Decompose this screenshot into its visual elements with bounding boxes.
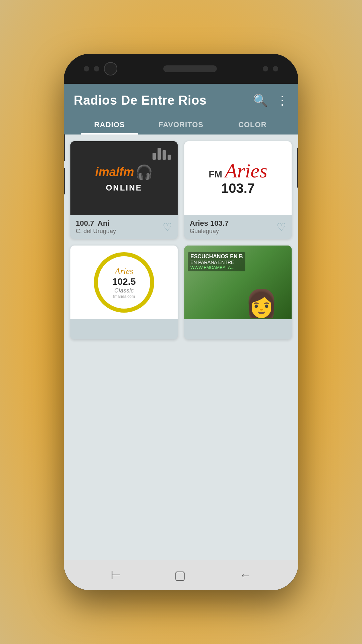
radio-card-image-aries-1037: FM Aries 103.7 xyxy=(184,141,292,215)
cambalache-image: 👩 ESCUCHANOS EN B EN PARANA ENTRE WWW.FM… xyxy=(184,246,292,319)
volume-down-button[interactable] xyxy=(64,168,65,195)
radio-card-animal-fm[interactable]: imalfm 🎧 ONLINE 100.7 Ani C. d xyxy=(70,141,178,239)
favorite-heart-aries-1037[interactable]: ♡ xyxy=(277,221,286,233)
phone-screen: Radios De Entre Rios 🔍 ⋮ RADIOS FAVORITO… xyxy=(64,84,298,560)
aries-1037-name: Aries xyxy=(225,161,267,181)
app-bar-icons: 🔍 ⋮ xyxy=(253,94,288,108)
app-title: Radios De Entre Rios xyxy=(74,93,206,108)
aries-1037-frequency: 103.7 xyxy=(221,181,255,196)
favorite-heart-animal-fm[interactable]: ♡ xyxy=(163,221,172,233)
radio-card-footer-cambalache xyxy=(184,319,292,339)
animal-fm-brand-text: imalfm xyxy=(95,165,134,179)
radio-card-footer-aries-1025 xyxy=(70,319,178,339)
aries-circle-content: Aries 102.5 Classic fmaries.com xyxy=(112,266,136,299)
animal-fm-online-text: ONLINE xyxy=(106,183,142,193)
aries-circle-logo: Aries 102.5 Classic fmaries.com xyxy=(94,252,154,313)
tab-color[interactable]: COLOR xyxy=(217,114,288,135)
radio-card-image-animal-fm: imalfm 🎧 ONLINE xyxy=(70,141,178,215)
cambalache-www: WWW.FMCAMBALA... xyxy=(190,265,243,270)
tabs-bar: RADIOS FAVORITOS COLOR xyxy=(74,114,288,135)
animal-fm-image: imalfm 🎧 ONLINE xyxy=(70,141,178,215)
home-icon[interactable]: ▢ xyxy=(174,568,186,582)
app-bar-top: Radios De Entre Rios 🔍 ⋮ xyxy=(74,93,288,114)
sensor-dot-4 xyxy=(273,66,278,71)
radio-info-animal-fm: 100.7 Ani C. del Uruguay xyxy=(76,219,163,235)
tab-favoritos[interactable]: FAVORITOS xyxy=(145,114,217,135)
volume-up-button[interactable] xyxy=(64,134,65,161)
radio-card-aries-1025[interactable]: Aries 102.5 Classic fmaries.com xyxy=(70,246,178,339)
more-vert-icon[interactable]: ⋮ xyxy=(276,94,288,108)
cambalache-parana: EN PARANA ENTRE xyxy=(190,260,243,265)
app-bar: Radios De Entre Rios 🔍 ⋮ RADIOS FAVORITO… xyxy=(64,84,298,135)
radio-card-footer-aries-1037: Aries 103.7 Gualeguay ♡ xyxy=(184,215,292,239)
aries-1037-fm-label: FM xyxy=(208,169,222,180)
radio-frequency-animal-fm: 100.7 Ani xyxy=(76,219,163,228)
recent-apps-icon[interactable]: ⊢ xyxy=(111,568,121,582)
headphone-icon: 🎧 xyxy=(135,164,153,180)
phone-top-right-sensors xyxy=(263,66,278,71)
cambalache-text-overlay: ESCUCHANOS EN B EN PARANA ENTRE WWW.FMCA… xyxy=(188,252,245,271)
radio-info-aries-1037: Aries 103.7 Gualeguay xyxy=(190,219,277,235)
search-icon[interactable]: 🔍 xyxy=(253,94,268,108)
content-area: imalfm 🎧 ONLINE 100.7 Ani C. d xyxy=(64,135,298,560)
phone-top-bar xyxy=(64,54,298,84)
cambalache-escuchanos: ESCUCHANOS EN B xyxy=(190,254,243,260)
front-camera xyxy=(104,62,117,75)
tab-radios[interactable]: RADIOS xyxy=(74,114,145,135)
radio-location-aries-1037: Gualeguay xyxy=(190,228,277,235)
radio-grid: imalfm 🎧 ONLINE 100.7 Ani C. d xyxy=(70,141,292,339)
phone-top-left-sensors xyxy=(84,62,117,75)
back-icon[interactable]: ← xyxy=(239,568,251,582)
sensor-dot-2 xyxy=(94,66,99,71)
sensor-dot-3 xyxy=(263,66,268,71)
aries-1025-name: Aries xyxy=(112,266,136,276)
aries-1037-image: FM Aries 103.7 xyxy=(184,141,292,215)
equalizer-icon xyxy=(153,148,171,160)
radio-card-cambalache[interactable]: 👩 ESCUCHANOS EN B EN PARANA ENTRE WWW.FM… xyxy=(184,246,292,339)
aries-1025-classic: Classic xyxy=(112,287,136,294)
phone-bottom-bar: ⊢ ▢ ← xyxy=(64,560,298,590)
phone-frame: Radios De Entre Rios 🔍 ⋮ RADIOS FAVORITO… xyxy=(64,54,298,590)
aries-1025-site: fmaries.com xyxy=(112,294,136,299)
radio-name-aries-1037: Aries 103.7 xyxy=(190,219,277,228)
phone-speaker xyxy=(163,65,217,72)
power-button[interactable] xyxy=(297,148,298,188)
aries-1025-frequency: 102.5 xyxy=(112,276,136,287)
radio-location-animal-fm: C. del Uruguay xyxy=(76,228,163,235)
radio-card-footer-animal-fm: 100.7 Ani C. del Uruguay ♡ xyxy=(70,215,178,239)
aries-1025-image: Aries 102.5 Classic fmaries.com xyxy=(70,246,178,319)
radio-card-image-cambalache: 👩 ESCUCHANOS EN B EN PARANA ENTRE WWW.FM… xyxy=(184,246,292,319)
radio-card-image-aries-1025: Aries 102.5 Classic fmaries.com xyxy=(70,246,178,319)
radio-card-aries-1037[interactable]: FM Aries 103.7 Aries 103.7 Gualeguay xyxy=(184,141,292,239)
sensor-dot-1 xyxy=(84,66,89,71)
